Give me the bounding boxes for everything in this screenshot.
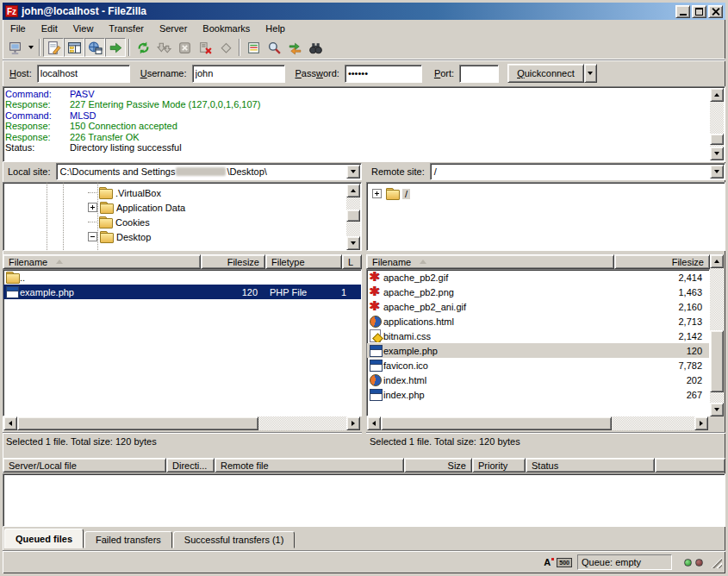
remote-list-scrollbar[interactable]: [710, 254, 724, 416]
port-input[interactable]: [459, 65, 499, 83]
column-header-filetype[interactable]: Filetype: [265, 254, 342, 269]
app-icon: Fz: [5, 5, 18, 17]
find-files-button[interactable]: [305, 38, 326, 57]
speed-limits-icon[interactable]: 500: [557, 558, 572, 567]
scrollbar-thumb[interactable]: [17, 416, 258, 430]
remote-file-row-selected[interactable]: example.php120: [367, 343, 709, 358]
menu-transfer[interactable]: Transfer: [101, 22, 152, 35]
resize-grip[interactable]: [710, 556, 722, 568]
scroll-up-button[interactable]: [710, 88, 724, 102]
remote-file-row[interactable]: favicon.ico7,782: [367, 358, 709, 373]
tab-failed-transfers[interactable]: Failed transfers: [84, 531, 172, 548]
site-manager-button[interactable]: [4, 38, 25, 57]
scroll-down-button[interactable]: [710, 147, 724, 160]
column-header-priority[interactable]: Priority: [472, 458, 526, 473]
scroll-right-button[interactable]: [346, 416, 360, 430]
log-scrollbar[interactable]: [710, 88, 724, 160]
cancel-operation-button[interactable]: [174, 38, 195, 57]
remote-file-row[interactable]: apache_pb2.gif2,414: [367, 270, 709, 285]
local-site-dropdown-button[interactable]: [346, 165, 360, 178]
column-header-size[interactable]: Size: [404, 458, 472, 473]
collapse-minus-icon[interactable]: [88, 232, 97, 241]
remote-file-row[interactable]: index.html202: [367, 373, 709, 387]
scroll-down-button[interactable]: [710, 403, 724, 416]
local-list-hscrollbar[interactable]: [3, 416, 360, 430]
remote-site-bar: Remote site: /: [366, 163, 725, 180]
username-input[interactable]: [192, 65, 285, 83]
scrollbar-thumb[interactable]: [381, 416, 612, 430]
quickconnect-button[interactable]: Quickconnect: [507, 64, 584, 83]
menu-server[interactable]: Server: [152, 22, 195, 35]
tab-successful-transfers[interactable]: Successful transfers (1): [173, 531, 296, 548]
remote-file-row[interactable]: bitnami.css2,142: [367, 329, 709, 343]
column-header-direction[interactable]: Directi...: [166, 458, 215, 473]
ico-file-icon: [369, 359, 383, 372]
scroll-down-button[interactable]: [346, 236, 360, 250]
disconnect-button[interactable]: [195, 38, 215, 57]
refresh-button[interactable]: [133, 38, 153, 57]
chevron-down-icon: [28, 46, 34, 49]
scrollbar-thumb[interactable]: [710, 134, 724, 145]
scroll-right-button[interactable]: [694, 416, 708, 430]
remote-file-row[interactable]: apache_pb2_ani.gif2,160: [367, 299, 709, 314]
maximize-button[interactable]: [692, 5, 706, 18]
scroll-up-button[interactable]: [346, 184, 360, 197]
remote-treeview-toggle-button[interactable]: [84, 38, 105, 57]
menu-edit[interactable]: Edit: [34, 22, 65, 35]
tree-item-application-data[interactable]: Application Data: [88, 200, 185, 215]
quickconnect-dropdown-button[interactable]: [584, 64, 597, 83]
site-manager-dropdown-button[interactable]: [25, 38, 36, 57]
expand-plus-icon[interactable]: [88, 203, 97, 212]
toolbar-separator: [239, 39, 240, 56]
transfer-queue-toggle-button[interactable]: [105, 38, 126, 57]
html-file-icon: [369, 373, 383, 386]
column-header-remote-file[interactable]: Remote file: [215, 458, 404, 473]
tab-queued-files[interactable]: Queued files: [4, 529, 84, 548]
tree-item-cookies[interactable]: Cookies: [88, 215, 150, 229]
tree-item-virtualbox[interactable]: .VirtualBox: [88, 185, 161, 200]
remote-list-hscrollbar[interactable]: [367, 416, 708, 430]
local-tree-scrollbar[interactable]: [346, 184, 360, 250]
minimize-button[interactable]: [675, 5, 690, 18]
reconnect-button[interactable]: [215, 38, 236, 57]
password-input[interactable]: [345, 65, 422, 83]
scroll-left-button[interactable]: [3, 416, 17, 430]
column-header-server-local-file[interactable]: Server/Local file: [3, 458, 166, 473]
filter-button[interactable]: [243, 38, 264, 57]
menu-view[interactable]: View: [65, 22, 102, 35]
tree-item-desktop[interactable]: Desktop: [88, 229, 151, 244]
message-log-toggle-button[interactable]: [43, 38, 64, 57]
tree-item-root[interactable]: /: [372, 186, 410, 201]
menu-help[interactable]: Help: [258, 22, 293, 35]
local-file-row-updir[interactable]: ..: [3, 270, 361, 285]
column-header-filesize[interactable]: Filesize: [614, 254, 710, 269]
scrollbar-thumb[interactable]: [346, 210, 360, 222]
menu-bar: File Edit View Transfer Server Bookmarks…: [3, 20, 725, 36]
column-header-status[interactable]: Status: [526, 458, 655, 473]
local-site-bar: Local site: C:\Documents and Settings\De…: [3, 163, 362, 180]
scroll-up-button[interactable]: [710, 254, 724, 268]
column-header-filesize[interactable]: Filesize: [201, 254, 265, 269]
close-button[interactable]: [708, 5, 723, 18]
local-file-row-selected[interactable]: example.php 120 PHP File 1: [3, 285, 361, 299]
directory-comparison-button[interactable]: [264, 38, 284, 57]
remote-site-dropdown-button[interactable]: [710, 165, 724, 178]
scrollbar-thumb[interactable]: [710, 330, 724, 392]
remote-site-combo[interactable]: /: [430, 163, 725, 180]
synchronized-browsing-button[interactable]: [284, 38, 305, 57]
host-input[interactable]: [37, 65, 130, 83]
menu-bookmarks[interactable]: Bookmarks: [195, 22, 258, 35]
column-header-lastmodified[interactable]: L: [342, 254, 362, 269]
process-queue-button[interactable]: [153, 38, 174, 57]
local-site-combo[interactable]: C:\Documents and Settings\Desktop\: [56, 163, 362, 180]
local-treeview-toggle-button[interactable]: [64, 38, 84, 57]
column-header-filename[interactable]: Filename: [3, 254, 201, 269]
scroll-left-button[interactable]: [367, 416, 381, 430]
local-treeview-icon: [67, 41, 82, 55]
menu-file[interactable]: File: [3, 22, 34, 35]
remote-file-row[interactable]: apache_pb2.png1,463: [367, 285, 709, 299]
expand-plus-icon[interactable]: [372, 189, 382, 198]
remote-file-row[interactable]: index.php267: [367, 387, 709, 402]
remote-file-row[interactable]: applications.html2,713: [367, 314, 709, 329]
column-header-filename[interactable]: Filename: [366, 254, 614, 269]
